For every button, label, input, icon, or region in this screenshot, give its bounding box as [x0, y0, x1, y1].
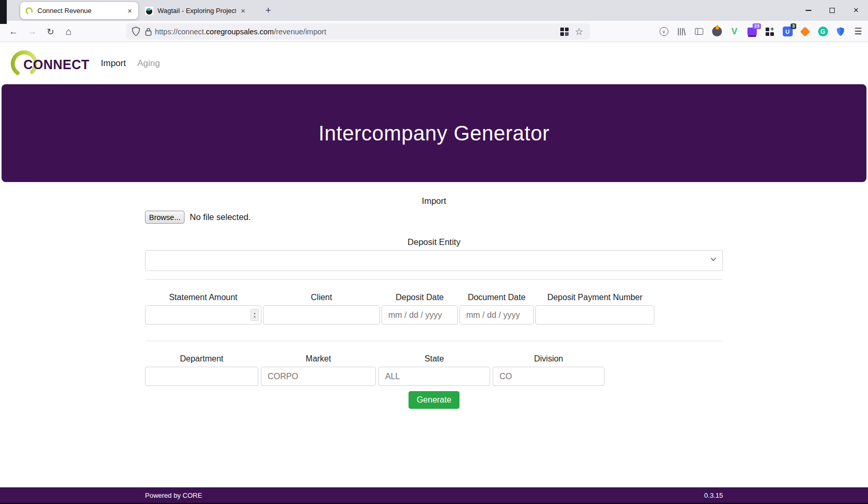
grammarly-icon[interactable]: G: [817, 26, 828, 37]
department-field: Department: [145, 354, 258, 386]
deposit-entity-select[interactable]: [145, 250, 723, 271]
market-label: Market: [261, 354, 376, 364]
window-controls: ×: [796, 0, 868, 21]
forward-button[interactable]: →: [25, 25, 39, 38]
site-footer: Powered by CORE 0.3.15: [0, 487, 868, 503]
blue-u-badge: 3: [791, 23, 796, 29]
shield-extension-icon[interactable]: [835, 26, 846, 37]
bookmark-star-icon[interactable]: ☆: [573, 26, 585, 37]
wagtail-favicon: [145, 7, 153, 15]
toolbar-extension-icons: ∨ V 23 + U 3 G ☰: [658, 21, 864, 42]
containers-grid-icon[interactable]: [559, 26, 570, 37]
home-button[interactable]: ⌂: [62, 25, 75, 38]
sidebar-icon[interactable]: [693, 26, 705, 37]
new-tab-button[interactable]: +: [261, 3, 275, 18]
blue-u-extension-icon[interactable]: U 3: [782, 26, 793, 37]
document-date-label: Document Date: [459, 292, 534, 303]
client-label: Client: [263, 292, 380, 303]
minimize-icon: [806, 10, 811, 11]
deposit-date-input[interactable]: [382, 305, 458, 325]
department-label: Department: [145, 354, 258, 364]
tracking-shield-icon[interactable]: [131, 27, 140, 36]
maximize-button[interactable]: [820, 0, 844, 21]
maximize-icon: [830, 8, 835, 13]
window-close-button[interactable]: ×: [844, 0, 868, 21]
logo-text: CONNECT: [23, 57, 89, 72]
pocket-icon[interactable]: ∨: [658, 26, 669, 37]
tab-title: Wagtail - Exploring Projects: [157, 7, 236, 15]
state-input[interactable]: [378, 367, 490, 386]
section-divider: [145, 279, 723, 280]
back-button[interactable]: ←: [7, 25, 20, 38]
deposit-fields-row: Statement Amount ▴▾ Client Deposit Date …: [145, 292, 723, 325]
state-field: State: [378, 354, 490, 386]
url-prefix: https://connect.: [155, 28, 206, 36]
statement-amount-label: Statement Amount: [145, 292, 261, 303]
footer-powered-by: Powered by CORE: [145, 492, 202, 499]
tab-wagtail[interactable]: Wagtail - Exploring Projects ×: [140, 2, 252, 19]
division-field: Division: [493, 354, 604, 386]
connect-logo[interactable]: CONNECT: [9, 47, 87, 80]
wappalyzer-badge: 23: [753, 23, 761, 29]
footer-version: 0.3.15: [704, 492, 723, 499]
lock-icon[interactable]: [145, 28, 152, 36]
division-input[interactable]: [493, 367, 604, 386]
flame-extension-icon[interactable]: [711, 26, 722, 37]
deposit-date-field: Deposit Date: [382, 292, 458, 325]
deposit-entity-label: Deposit Entity: [145, 237, 723, 247]
file-input-row: Browse... No file selected.: [145, 210, 723, 224]
state-label: State: [378, 354, 490, 364]
browser-tab-bar: Connect Revenue × Wagtail - Exploring Pr…: [0, 0, 868, 21]
deposit-entity-select-wrap: [145, 250, 723, 271]
wappalyzer-icon[interactable]: 23: [746, 26, 758, 37]
menu-icon[interactable]: ☰: [852, 26, 864, 37]
browser-toolbar: ← → ↻ ⌂ https://connect.coregroupsales.c…: [0, 21, 868, 42]
tab-title: Connect Revenue: [37, 7, 123, 15]
statement-amount-field: Statement Amount ▴▾: [145, 292, 261, 325]
vue-devtools-icon[interactable]: V: [729, 26, 740, 37]
deposit-payment-number-field: Deposit Payment Number: [535, 292, 654, 325]
minimize-button[interactable]: [796, 0, 820, 21]
library-icon[interactable]: [676, 26, 687, 37]
site-nav: Import Aging: [101, 58, 160, 69]
url-domain: coregroupsales.com: [206, 28, 274, 36]
deposit-payment-number-input[interactable]: [535, 305, 654, 325]
page-title: Intercompany Generator: [319, 122, 550, 145]
division-label: Division: [493, 354, 604, 364]
close-icon[interactable]: ×: [239, 6, 247, 15]
document-date-field: Document Date: [459, 292, 534, 325]
browse-button[interactable]: Browse...: [145, 211, 185, 224]
screen-edge-strip: [0, 0, 7, 24]
section-divider: [145, 341, 723, 341]
generate-button[interactable]: Generate: [409, 391, 460, 409]
metamask-icon[interactable]: [799, 26, 811, 37]
deposit-date-label: Deposit Date: [382, 292, 458, 303]
document-date-input[interactable]: [459, 305, 534, 325]
url-text: https://connect.coregroupsales.com/reven…: [155, 28, 326, 36]
connect-favicon: [25, 7, 33, 15]
main-content: Import Browse... No file selected. Depos…: [0, 182, 868, 487]
deposit-payment-number-label: Deposit Payment Number: [535, 292, 654, 303]
client-input[interactable]: [263, 305, 380, 325]
number-stepper[interactable]: ▴▾: [251, 309, 259, 321]
statement-amount-input[interactable]: [145, 305, 261, 325]
tab-connect-revenue[interactable]: Connect Revenue ×: [20, 2, 138, 19]
import-section-label: Import: [145, 182, 723, 206]
market-input[interactable]: [261, 367, 376, 386]
nav-link-aging[interactable]: Aging: [137, 58, 160, 69]
client-field: Client: [263, 292, 380, 325]
close-icon[interactable]: ×: [126, 6, 134, 15]
extensions-grid-icon[interactable]: +: [764, 26, 775, 37]
url-bar[interactable]: https://connect.coregroupsales.com/reven…: [126, 23, 590, 40]
chevron-down-icon: [711, 257, 716, 261]
url-path: /revenue/import: [274, 28, 326, 36]
file-status-text: No file selected.: [190, 212, 251, 222]
department-input[interactable]: [145, 367, 258, 386]
nav-link-import[interactable]: Import: [101, 58, 126, 69]
hero-banner: Intercompany Generator: [2, 84, 866, 182]
market-field: Market: [261, 354, 376, 386]
reload-button[interactable]: ↻: [44, 25, 57, 38]
site-header: CONNECT Import Aging: [0, 42, 868, 84]
classification-fields-row: Department Market State Division: [145, 354, 723, 386]
